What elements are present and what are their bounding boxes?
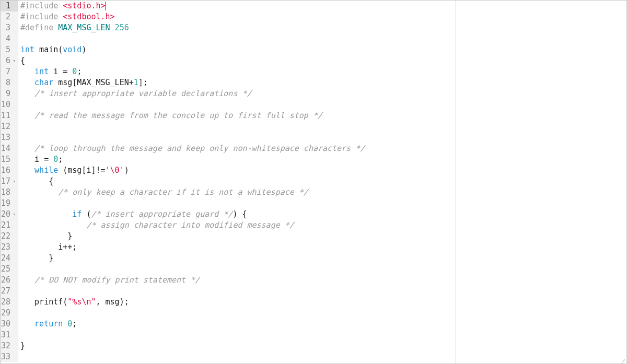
code-line[interactable]: 14 /* loop through the message and keep … (1, 143, 626, 154)
fold-toggle-icon[interactable]: ▾ (11, 176, 16, 187)
code-line[interactable]: 13 (1, 132, 626, 143)
code-content[interactable]: { (18, 176, 53, 187)
line-number[interactable]: 13 (1, 132, 18, 143)
code-line[interactable]: 2#include <stdbool.h> (1, 11, 626, 22)
code-content[interactable]: /* loop through the message and keep onl… (18, 143, 365, 154)
code-line[interactable]: 32} (1, 340, 626, 351)
code-content[interactable]: return 0; (18, 319, 77, 330)
code-line[interactable]: 28 printf("%s\n", msg); (1, 297, 626, 308)
code-content[interactable]: { (18, 55, 25, 66)
line-number[interactable]: 29 (1, 308, 18, 319)
code-content[interactable]: while (msg[i]!='\0') (18, 165, 129, 176)
code-content[interactable] (18, 132, 20, 143)
code-line[interactable]: 3#define MAX_MSG_LEN 256 (1, 22, 626, 33)
line-number[interactable]: 3 (1, 22, 18, 33)
code-content[interactable] (18, 121, 20, 132)
code-line[interactable]: 24 } (1, 253, 626, 264)
line-number[interactable]: 31 (1, 330, 18, 340)
fold-toggle-icon[interactable]: ▾ (11, 55, 16, 66)
code-line[interactable]: 21 /* assign character into modified mes… (1, 220, 626, 231)
code-line[interactable]: 33 (1, 351, 626, 362)
line-number[interactable]: 1 (1, 1, 18, 11)
line-number[interactable]: 32 (1, 340, 18, 351)
line-number[interactable]: 5 (1, 44, 18, 55)
line-number[interactable]: 14 (1, 143, 18, 154)
line-number[interactable]: 26 (1, 275, 18, 286)
code-content[interactable] (18, 330, 20, 340)
line-number[interactable]: 9 (1, 88, 18, 99)
code-line[interactable]: 10 (1, 99, 626, 110)
code-content[interactable]: /* read the message from the concole up … (18, 110, 322, 121)
code-line[interactable]: 7 int i = 0; (1, 66, 626, 77)
code-line[interactable]: 9 /* insert appropriate variable declara… (1, 88, 626, 99)
line-number[interactable]: 23 (1, 242, 18, 253)
line-number[interactable]: 15 (1, 154, 18, 165)
code-line[interactable]: 19 (1, 198, 626, 209)
line-number[interactable]: 2 (1, 11, 18, 22)
code-line[interactable]: 26 /* DO NOT modify print statement */ (1, 275, 626, 286)
code-line[interactable]: 12 (1, 121, 626, 132)
line-number[interactable]: 6▾ (1, 55, 18, 66)
line-number[interactable]: 16 (1, 165, 18, 176)
line-number[interactable]: 21 (1, 220, 18, 231)
code-line[interactable]: 25 (1, 264, 626, 275)
code-content[interactable]: i = 0; (18, 154, 63, 165)
line-number[interactable]: 18 (1, 187, 18, 198)
line-number[interactable]: 8 (1, 77, 18, 88)
code-line[interactable]: 20▾ if (/* insert appropriate guard */) … (1, 209, 626, 220)
code-line[interactable]: 11 /* read the message from the concole … (1, 110, 626, 121)
code-content[interactable]: printf("%s\n", msg); (18, 297, 129, 308)
line-number[interactable]: 28 (1, 297, 18, 308)
code-content[interactable] (18, 198, 20, 209)
code-content[interactable]: } (18, 253, 53, 264)
code-content[interactable] (18, 308, 20, 319)
code-content[interactable]: /* only keep a character if it is not a … (18, 187, 308, 198)
code-line[interactable]: 17▾ { (1, 176, 626, 187)
line-number[interactable]: 22 (1, 231, 18, 242)
fold-toggle-icon[interactable]: ▾ (11, 209, 16, 220)
code-content[interactable]: #include <stdio.h> (18, 1, 106, 11)
code-line[interactable]: 22 } (1, 231, 626, 242)
code-content[interactable] (18, 264, 20, 275)
code-line[interactable]: 8 char msg[MAX_MSG_LEN+1]; (1, 77, 626, 88)
code-line[interactable]: 15 i = 0; (1, 154, 626, 165)
code-line[interactable]: 4 (1, 33, 626, 44)
code-line[interactable]: 16 while (msg[i]!='\0') (1, 165, 626, 176)
editor-lines[interactable]: 1#include <stdio.h>2#include <stdbool.h>… (1, 1, 626, 363)
line-number[interactable]: 27 (1, 286, 18, 297)
line-number[interactable]: 19 (1, 198, 18, 209)
line-number[interactable]: 10 (1, 99, 18, 110)
code-line[interactable]: 1#include <stdio.h> (1, 1, 626, 11)
code-content[interactable]: char msg[MAX_MSG_LEN+1]; (18, 77, 148, 88)
code-line[interactable]: 23 i++; (1, 242, 626, 253)
line-number[interactable]: 11 (1, 110, 18, 121)
code-line[interactable]: 30 return 0; (1, 319, 626, 330)
code-content[interactable]: int main(void) (18, 44, 86, 55)
code-content[interactable]: } (18, 340, 25, 351)
code-content[interactable]: /* assign character into modified messag… (18, 220, 294, 231)
code-line[interactable]: 6▾{ (1, 55, 626, 66)
line-number[interactable]: 20▾ (1, 209, 18, 220)
line-number[interactable]: 17▾ (1, 176, 18, 187)
line-number[interactable]: 24 (1, 253, 18, 264)
line-number[interactable]: 25 (1, 264, 18, 275)
code-line[interactable]: 31 (1, 330, 626, 340)
code-content[interactable] (18, 351, 20, 362)
code-content[interactable] (18, 33, 20, 44)
code-line[interactable]: 18 /* only keep a character if it is not… (1, 187, 626, 198)
code-content[interactable]: if (/* insert appropriate guard */) { (18, 209, 247, 220)
line-number[interactable]: 30 (1, 319, 18, 330)
code-content[interactable]: #define MAX_MSG_LEN 256 (18, 22, 129, 33)
code-content[interactable] (18, 286, 20, 297)
code-content[interactable]: /* DO NOT modify print statement */ (18, 275, 200, 286)
line-number[interactable]: 12 (1, 121, 18, 132)
line-number[interactable]: 7 (1, 66, 18, 77)
code-content[interactable]: i++; (18, 242, 77, 253)
line-number[interactable]: 4 (1, 33, 18, 44)
code-content[interactable]: } (18, 231, 72, 242)
code-content[interactable] (18, 99, 20, 110)
code-content[interactable]: #include <stdbool.h> (18, 11, 115, 22)
code-line[interactable]: 29 (1, 308, 626, 319)
line-number[interactable]: 33 (1, 351, 18, 362)
code-content[interactable]: /* insert appropriate variable declarati… (18, 88, 252, 99)
